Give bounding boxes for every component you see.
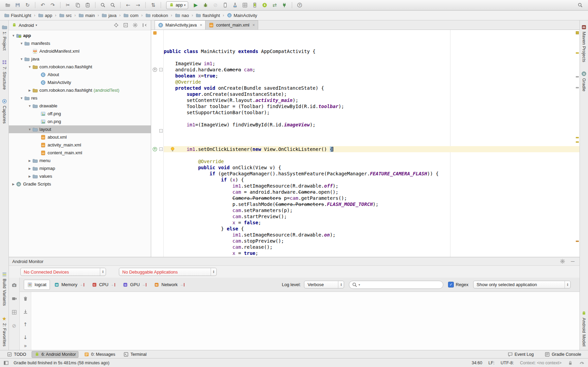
tree-item-java[interactable]: ▼java [9, 55, 151, 63]
pause-updates-icon[interactable]: → [180, 283, 184, 286]
tree-item-mainactivity[interactable]: CMainActivity [9, 78, 151, 86]
pause-updates-icon[interactable]: → [110, 283, 115, 286]
monitor-tab-gpu[interactable]: GGPU→ [119, 280, 150, 290]
clear-logcat-button[interactable] [21, 295, 30, 303]
save-all-icon[interactable] [13, 1, 22, 9]
debuggable-apps-dropdown[interactable]: No Debuggable Applications ▲▼ [119, 268, 217, 276]
sync-icon[interactable]: ↻ [23, 1, 32, 9]
chevron-right-icon[interactable]: ▶ [27, 175, 32, 178]
chevron-right-icon[interactable]: ▶ [11, 182, 16, 186]
fold-marker-icon[interactable]: - [159, 129, 163, 133]
tool-button-gradle[interactable]: GGradle [581, 71, 587, 91]
breadcrumb-item-com[interactable]: com [123, 13, 139, 18]
tool-button-maven-projects[interactable]: mMaven Projects [581, 24, 587, 62]
replace-icon[interactable] [108, 1, 117, 9]
search-history-chevron-icon[interactable]: ▾ [358, 283, 360, 286]
error-stripe[interactable] [575, 30, 580, 257]
terminal-button[interactable]: Terminal [121, 351, 149, 358]
close-tab-icon[interactable]: × [252, 23, 255, 28]
device-monitor-icon[interactable] [240, 1, 249, 9]
pause-updates-icon[interactable]: → [142, 283, 146, 286]
hide-panel-icon[interactable] [141, 21, 148, 29]
breadcrumb-item-app[interactable]: app [37, 13, 53, 18]
logcat-output[interactable] [31, 292, 580, 350]
next-occurrence-button[interactable]: ↓ [21, 333, 30, 342]
tool-button-android-model[interactable]: Android Model [581, 311, 587, 347]
messages-button[interactable]: 0: Messages [81, 351, 118, 358]
pause-updates-icon[interactable]: → [79, 283, 84, 286]
tree-item-com-robokon-nao-flashlight[interactable]: ▼com.robokon.nao.flashlight [9, 63, 151, 71]
locate-file-icon[interactable] [113, 21, 120, 29]
redo-icon[interactable]: ↷ [48, 1, 57, 9]
tool-button-structure[interactable]: 7: Structure [2, 59, 7, 90]
tree-item-app[interactable]: ▼app [9, 32, 151, 39]
tree-item-menu[interactable]: ▶menu [9, 157, 151, 164]
tree-item-drawable[interactable]: ▼drawable [9, 102, 151, 110]
tool-button-project[interactable]: 1: Project [2, 24, 7, 51]
inspection-indicator[interactable] [576, 31, 579, 34]
minimize-icon[interactable]: — [569, 257, 576, 265]
tree-item-on-png[interactable]: on.png [9, 118, 151, 125]
monitor-tab-logcat[interactable]: logcat [24, 280, 50, 290]
monitor-tab-cpu[interactable]: CCPU→ [88, 280, 119, 290]
tree-item-manifests[interactable]: ▼manifests [9, 39, 151, 47]
tree-item-about[interactable]: CAbout [9, 71, 151, 78]
more-icon[interactable]: » [20, 343, 31, 349]
logcat-search-input[interactable]: ▾ [349, 281, 443, 289]
sdk-manager-icon[interactable] [260, 1, 269, 9]
tool-button-favorites[interactable]: ★2: Favorites [2, 316, 7, 347]
chevron-down-icon[interactable]: ▼ [27, 65, 32, 69]
fold-marker-icon[interactable]: - [159, 68, 163, 71]
chevron-right-icon[interactable]: ▶ [27, 159, 32, 162]
paste-icon[interactable] [83, 1, 92, 9]
settings-icon[interactable] [132, 21, 139, 29]
prev-occurrence-button[interactable]: ↑ [21, 320, 30, 329]
attach-process-icon[interactable] [280, 1, 289, 9]
tree-item-res[interactable]: ▼res [9, 94, 151, 102]
chevron-down-icon[interactable]: ▼ [19, 97, 24, 100]
breadcrumb-item-main[interactable]: main [78, 13, 95, 18]
tree-item-activity-main-xml[interactable]: </>activity_main.xml [9, 141, 151, 149]
undo-icon[interactable]: ↶ [38, 1, 47, 9]
project-view-selector[interactable]: Android [19, 23, 34, 28]
close-tab-icon[interactable]: × [200, 23, 202, 28]
chevron-down-icon[interactable]: ▼ [11, 34, 16, 37]
breadcrumb-item-flashlight[interactable]: flashlight [195, 13, 220, 18]
coverage-icon[interactable] [231, 1, 239, 9]
log-level-dropdown[interactable]: Verbose ▲▼ [304, 281, 344, 289]
chevron-down-icon[interactable]: ▼ [19, 57, 24, 61]
context-indicator[interactable]: Context: <no context> [520, 361, 562, 365]
filter-dropdown[interactable]: Show only selected application ▲▼ [473, 281, 571, 289]
tool-button-build-variants[interactable]: Build Variants [2, 272, 7, 306]
open-icon[interactable] [3, 1, 12, 9]
event-log-button[interactable]: Event Log [505, 351, 536, 358]
tab-content-main-xml[interactable]: </>content_main.xml× [205, 20, 258, 30]
chevron-down-icon[interactable]: ▼ [27, 128, 32, 131]
cut-icon[interactable]: ✂ [64, 1, 72, 9]
inspections-profile-icon[interactable] [579, 360, 585, 366]
code-editor[interactable]: public class MainActivity extends AppCom… [164, 30, 580, 257]
tree-item-com-robokon-nao-flashlight[interactable]: ▶com.robokon.nao.flashlight (androidTest… [9, 86, 151, 94]
screenshot-button[interactable] [10, 281, 19, 289]
monitor-settings-icon[interactable] [559, 257, 566, 265]
terminate-app-button[interactable]: ⊘ [10, 322, 19, 330]
regex-checkbox[interactable]: ✓ [448, 282, 454, 287]
chevron-right-icon[interactable]: ▶ [27, 89, 32, 92]
tree-item-off-png[interactable]: off.png [9, 110, 151, 118]
line-separator-indicator[interactable]: LF: [488, 361, 495, 365]
monitor-tab-network[interactable]: NNetwork→ [150, 280, 188, 290]
devices-dropdown[interactable]: No Connected Devices ▲▼ [20, 268, 106, 276]
caret-position[interactable]: 34:60 [471, 361, 482, 365]
stop-icon[interactable]: ⊘ [211, 1, 220, 9]
breadcrumb-item-robokon[interactable]: robokon [145, 13, 169, 18]
gradle-console-button[interactable]: Gradle Console [542, 351, 584, 358]
gradle-sync-icon[interactable]: ⇄ [270, 1, 279, 9]
android-monitor-button[interactable]: 6: Android Monitor [32, 351, 78, 358]
tree-item-mipmap[interactable]: ▶mipmap [9, 164, 151, 172]
avd-manager-icon[interactable] [250, 1, 259, 9]
tree-item-content-main-xml[interactable]: </>content_main.xml [9, 149, 151, 157]
help-icon[interactable]: ? [295, 1, 304, 9]
forward-icon[interactable]: → [133, 1, 142, 9]
lock-icon[interactable] [568, 360, 573, 366]
breadcrumb-item-nao[interactable]: nao [174, 13, 190, 18]
